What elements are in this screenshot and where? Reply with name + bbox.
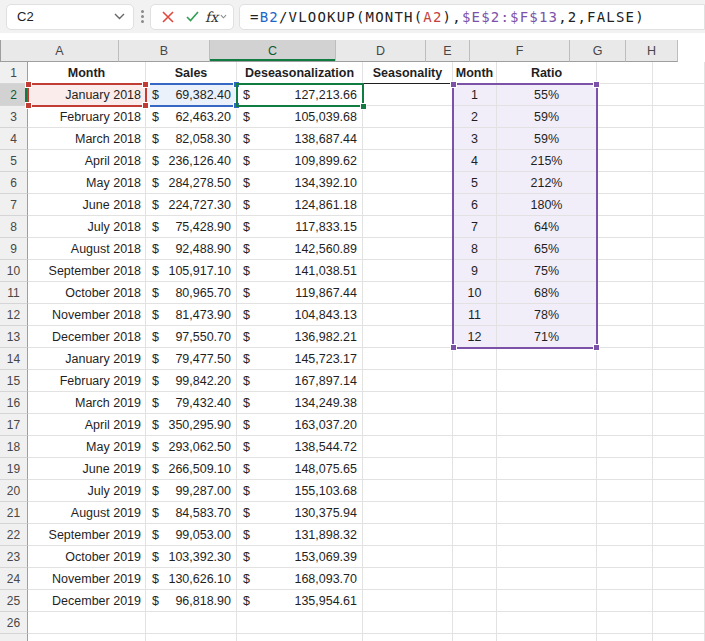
- cell-E[interactable]: 10: [453, 282, 497, 304]
- cell-F[interactable]: 78%: [497, 304, 597, 326]
- cell-C[interactable]: $124,861.18: [237, 194, 363, 216]
- cell-F[interactable]: 65%: [497, 238, 597, 260]
- cell-G[interactable]: [597, 194, 653, 216]
- cell-H[interactable]: [653, 458, 705, 480]
- cell-D[interactable]: [363, 414, 453, 436]
- cell-H[interactable]: [653, 128, 705, 150]
- cell-A[interactable]: August 2018: [28, 238, 146, 260]
- cell-D[interactable]: [363, 150, 453, 172]
- cell-G[interactable]: [597, 458, 653, 480]
- cell-B[interactable]: $130,626.10: [146, 568, 237, 590]
- cell-G[interactable]: [597, 150, 653, 172]
- row-header-11[interactable]: 11: [0, 282, 28, 304]
- cell-C[interactable]: $153,069.39: [237, 546, 363, 568]
- cell-H[interactable]: [653, 282, 705, 304]
- cell-G[interactable]: [597, 326, 653, 348]
- cell-D[interactable]: [363, 634, 453, 641]
- cell-E[interactable]: [453, 612, 497, 634]
- row-header-5[interactable]: 5: [0, 150, 28, 172]
- cell-H[interactable]: [653, 238, 705, 260]
- cell-H[interactable]: [653, 634, 705, 641]
- insert-function-icon[interactable]: fx: [205, 6, 227, 28]
- cell-C[interactable]: $155,103.68: [237, 480, 363, 502]
- row-header-6[interactable]: 6: [0, 172, 28, 194]
- cell-B[interactable]: $79,432.40: [146, 392, 237, 414]
- cell-A[interactable]: July 2019: [28, 480, 146, 502]
- cell-C[interactable]: $131,898.32: [237, 524, 363, 546]
- row-header-25[interactable]: 25: [0, 590, 28, 612]
- cell-G[interactable]: [597, 634, 653, 641]
- cell-E[interactable]: [453, 348, 497, 370]
- cell-E[interactable]: [453, 436, 497, 458]
- cell-G[interactable]: [597, 612, 653, 634]
- cell-G[interactable]: [597, 238, 653, 260]
- cell-A[interactable]: February 2018: [28, 106, 146, 128]
- cell-C[interactable]: $119,867.44: [237, 282, 363, 304]
- cell-E[interactable]: 8: [453, 238, 497, 260]
- cell-C[interactable]: $136,982.21: [237, 326, 363, 348]
- cell-E[interactable]: [453, 480, 497, 502]
- cell-B[interactable]: $284,278.50: [146, 172, 237, 194]
- column-header-C[interactable]: C: [210, 40, 336, 62]
- cell-C[interactable]: $127,213.66: [237, 84, 363, 106]
- cell-G[interactable]: [597, 590, 653, 612]
- cell-D[interactable]: [363, 524, 453, 546]
- column-header-H[interactable]: H: [626, 40, 678, 62]
- cell-D[interactable]: [363, 590, 453, 612]
- cell-F[interactable]: [497, 392, 597, 414]
- row-header-15[interactable]: 15: [0, 370, 28, 392]
- cell-G[interactable]: [597, 106, 653, 128]
- more-options-icon[interactable]: [135, 10, 149, 23]
- cell-H[interactable]: [653, 370, 705, 392]
- cell-F[interactable]: [497, 458, 597, 480]
- cell-D[interactable]: [363, 106, 453, 128]
- cell-E[interactable]: 6: [453, 194, 497, 216]
- cell-F[interactable]: [497, 612, 597, 634]
- cell-G[interactable]: [597, 414, 653, 436]
- cell-G[interactable]: [597, 524, 653, 546]
- cell-A[interactable]: June 2018: [28, 194, 146, 216]
- cell-E[interactable]: [453, 502, 497, 524]
- cell-F[interactable]: [497, 634, 597, 641]
- cell-E[interactable]: [453, 546, 497, 568]
- cell-C[interactable]: $142,560.89: [237, 238, 363, 260]
- cell-C[interactable]: $138,544.72: [237, 436, 363, 458]
- row-header-22[interactable]: 22: [0, 524, 28, 546]
- cell-F[interactable]: 59%: [497, 106, 597, 128]
- cell-A[interactable]: April 2019: [28, 414, 146, 436]
- cell-C[interactable]: $104,843.13: [237, 304, 363, 326]
- cell-H[interactable]: [653, 304, 705, 326]
- cell-A[interactable]: October 2019: [28, 546, 146, 568]
- cell-A[interactable]: June 2019: [28, 458, 146, 480]
- cell-G[interactable]: [597, 568, 653, 590]
- column-header-E[interactable]: E: [426, 40, 470, 62]
- cell-A[interactable]: [28, 612, 146, 634]
- cell-H[interactable]: [653, 216, 705, 238]
- cell-A[interactable]: July 2018: [28, 216, 146, 238]
- row-header-2[interactable]: 2: [0, 84, 28, 106]
- cell-F[interactable]: [497, 436, 597, 458]
- cell-C[interactable]: $105,039.68: [237, 106, 363, 128]
- cell-D[interactable]: [363, 568, 453, 590]
- cell-A[interactable]: December 2018: [28, 326, 146, 348]
- cell-H[interactable]: [653, 480, 705, 502]
- row-header-23[interactable]: 23: [0, 546, 28, 568]
- cell-F[interactable]: 71%: [497, 326, 597, 348]
- column-header-F[interactable]: F: [470, 40, 570, 62]
- cell-B[interactable]: $81,473.90: [146, 304, 237, 326]
- cell-B[interactable]: $99,842.20: [146, 370, 237, 392]
- cell-D[interactable]: [363, 348, 453, 370]
- cell-A[interactable]: September 2019: [28, 524, 146, 546]
- cell-A[interactable]: March 2018: [28, 128, 146, 150]
- cell-F[interactable]: 180%: [497, 194, 597, 216]
- cell-D[interactable]: [363, 436, 453, 458]
- cell-G[interactable]: [597, 546, 653, 568]
- cell-B[interactable]: $96,818.90: [146, 590, 237, 612]
- cell-H[interactable]: [653, 84, 705, 106]
- cell-B[interactable]: $103,392.30: [146, 546, 237, 568]
- cell-A[interactable]: January 2019: [28, 348, 146, 370]
- column-header-D[interactable]: D: [336, 40, 426, 62]
- cell-G[interactable]: [597, 392, 653, 414]
- row-header-24[interactable]: 24: [0, 568, 28, 590]
- row-header-8[interactable]: 8: [0, 216, 28, 238]
